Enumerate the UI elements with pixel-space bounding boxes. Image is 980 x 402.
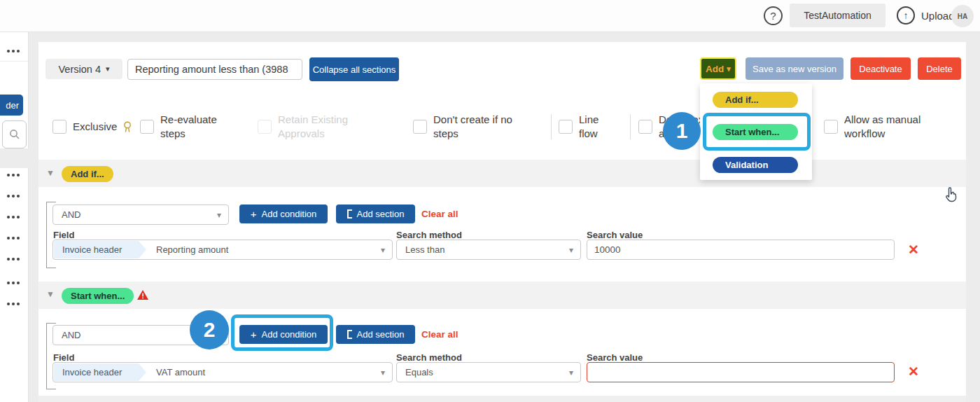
field-source-tag: Invoice header — [54, 363, 146, 381]
dont-create-if-no-steps-checkbox[interactable] — [413, 120, 427, 134]
search-method-value: Equals — [397, 367, 433, 377]
more-options-icon[interactable] — [7, 48, 20, 55]
operator-value: AND — [53, 330, 80, 340]
more-options-icon[interactable] — [7, 279, 20, 286]
annotation-highlight-2 — [231, 314, 333, 351]
more-options-icon[interactable] — [7, 193, 20, 200]
add-condition-label: Add condition — [261, 209, 316, 219]
upload-label: Upload — [921, 10, 955, 22]
sidebar-search-input[interactable] — [2, 120, 27, 148]
option-label: Exclusive — [73, 120, 117, 134]
section-2-search-method-dropdown[interactable]: Equals ▾ — [396, 362, 581, 382]
caret-down-icon: ▾ — [569, 368, 580, 377]
section-2-search-value-input[interactable] — [587, 362, 895, 382]
more-options-icon[interactable] — [7, 235, 20, 242]
remove-condition-button[interactable]: ✕ — [908, 243, 919, 256]
warning-icon — [137, 290, 148, 300]
field-label: Field — [53, 352, 74, 363]
more-options-icon[interactable] — [7, 172, 20, 179]
section-2-clear-all-link[interactable]: Clear all — [421, 329, 458, 340]
section-bracket-icon — [347, 209, 352, 219]
option-dont-create-if-no-steps: Don't create if no steps — [413, 109, 531, 144]
option-label: Don't create if no steps — [433, 113, 531, 141]
annotation-step-1-badge: 1 — [663, 112, 701, 150]
section-1-operator-dropdown[interactable]: AND ▾ — [52, 205, 229, 225]
section-1-add-condition-button[interactable]: + Add condition — [239, 205, 328, 223]
section-2-field-dropdown[interactable]: Invoice header VAT amount ▾ — [52, 362, 393, 382]
sidebar-header — [0, 32, 28, 62]
annotation-step-2-badge: 2 — [190, 310, 229, 349]
field-name: VAT amount — [146, 367, 205, 377]
section-2-badge[interactable]: Start when... — [62, 288, 134, 304]
collapse-all-sections-button[interactable]: Collapse all sections — [309, 57, 399, 81]
search-method-label: Search method — [396, 352, 462, 363]
options-divider — [630, 114, 631, 139]
allow-as-manual-workflow-checkbox[interactable] — [824, 120, 838, 134]
remove-condition-button[interactable]: ✕ — [908, 365, 919, 378]
deactivate-button[interactable]: Deactivate — [850, 57, 911, 80]
topbar: ? TestAutomation ↑ Upload HA — [0, 0, 980, 32]
retain-existing-approvals-checkbox[interactable] — [258, 120, 272, 134]
question-icon: ? — [770, 10, 776, 22]
field-name: Reporting amount — [146, 244, 228, 255]
menu-item-start-when[interactable]: Start when... — [713, 124, 798, 140]
add-label: Add — [706, 64, 724, 74]
add-dropdown-button[interactable]: Add ▾ — [700, 57, 736, 80]
option-reevaluate-steps: Re-evaluate steps — [140, 109, 232, 144]
help-button[interactable]: ? — [764, 6, 783, 25]
sidebar: der — [0, 32, 29, 402]
do-not-execute-automatically-checkbox[interactable] — [638, 120, 652, 134]
section-1-header: ▼ Add if... — [38, 160, 966, 187]
exclusive-checkbox[interactable] — [52, 120, 66, 134]
reevaluate-steps-checkbox[interactable] — [140, 120, 154, 134]
add-section-label: Add section — [357, 329, 405, 340]
options-divider — [551, 114, 552, 139]
menu-item-add-if[interactable]: Add if... — [713, 92, 798, 108]
option-line-flow: Line flow — [559, 109, 610, 144]
option-allow-as-manual-workflow: Allow as manual workflow — [824, 109, 935, 144]
avatar[interactable]: HA — [951, 5, 974, 27]
section-2-add-section-button[interactable]: Add section — [336, 325, 415, 344]
option-label: Retain Existing Approvals — [278, 113, 365, 141]
caret-down-icon: ▾ — [106, 64, 110, 74]
section-1-clear-all-link[interactable]: Clear all — [421, 209, 458, 219]
app-menu-button[interactable]: TestAutomation — [790, 4, 886, 27]
upload-button[interactable]: ↑ Upload — [897, 6, 955, 25]
version-dropdown[interactable]: Version 4 ▾ — [46, 59, 122, 79]
caret-down-icon: ▾ — [381, 245, 392, 255]
collapse-section-icon[interactable]: ▼ — [46, 168, 55, 178]
option-label: Line flow — [579, 113, 610, 141]
more-options-icon[interactable] — [7, 300, 20, 307]
option-exclusive: Exclusive — [52, 109, 132, 144]
field-label: Field — [53, 230, 74, 240]
search-value-label: Search value — [587, 352, 643, 363]
more-options-icon[interactable] — [7, 214, 20, 221]
caret-down-icon: ▾ — [727, 64, 731, 74]
caret-down-icon: ▾ — [217, 210, 228, 220]
save-as-new-version-button[interactable]: Save as new version — [746, 57, 844, 80]
version-label: Version 4 — [59, 64, 101, 75]
screen: ? TestAutomation ↑ Upload HA der — [0, 0, 980, 402]
collapse-section-icon[interactable]: ▼ — [46, 289, 55, 299]
section-1-field-dropdown[interactable]: Invoice header Reporting amount ▾ — [52, 240, 393, 260]
delete-button[interactable]: Delete — [918, 57, 961, 80]
premium-badge-icon — [123, 121, 132, 133]
section-2-header: ▼ Start when... — [38, 282, 966, 309]
add-section-label: Add section — [357, 209, 405, 219]
section-1-search-method-dropdown[interactable]: Less than ▾ — [396, 240, 581, 260]
search-method-value: Less than — [397, 244, 444, 255]
section-1-search-value-input[interactable] — [587, 240, 895, 260]
section-1-add-section-button[interactable]: Add section — [336, 205, 415, 223]
line-flow-checkbox[interactable] — [559, 120, 573, 134]
section-1-badge[interactable]: Add if... — [62, 166, 113, 182]
workflow-name-input[interactable] — [127, 59, 302, 80]
option-label: Allow as manual workflow — [844, 113, 935, 141]
caret-down-icon: ▾ — [381, 368, 392, 377]
sidebar-item-header[interactable]: der — [0, 95, 23, 116]
menu-item-validation[interactable]: Validation — [713, 157, 798, 173]
option-retain-existing-approvals: Retain Existing Approvals — [258, 109, 365, 144]
search-icon — [9, 129, 20, 140]
upload-icon: ↑ — [897, 6, 915, 25]
search-value-label: Search value — [587, 230, 643, 240]
more-options-icon[interactable] — [7, 256, 20, 263]
